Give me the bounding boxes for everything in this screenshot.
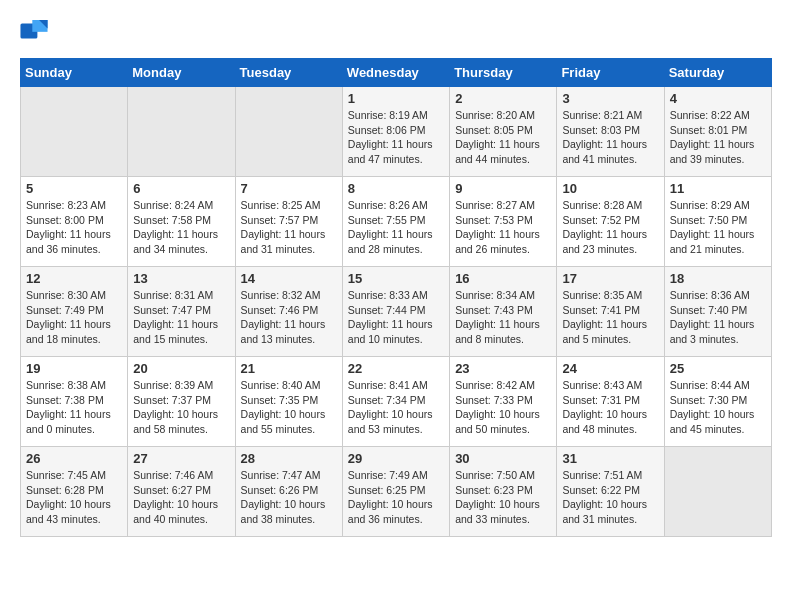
calendar-cell: 15Sunrise: 8:33 AM Sunset: 7:44 PM Dayli… — [342, 267, 449, 357]
day-info: Sunrise: 8:34 AM Sunset: 7:43 PM Dayligh… — [455, 288, 551, 347]
day-info: Sunrise: 8:28 AM Sunset: 7:52 PM Dayligh… — [562, 198, 658, 257]
logo — [20, 20, 52, 42]
day-header-saturday: Saturday — [664, 59, 771, 87]
day-number: 8 — [348, 181, 444, 196]
day-info: Sunrise: 8:19 AM Sunset: 8:06 PM Dayligh… — [348, 108, 444, 167]
day-info: Sunrise: 8:43 AM Sunset: 7:31 PM Dayligh… — [562, 378, 658, 437]
day-info: Sunrise: 8:23 AM Sunset: 8:00 PM Dayligh… — [26, 198, 122, 257]
day-info: Sunrise: 8:20 AM Sunset: 8:05 PM Dayligh… — [455, 108, 551, 167]
day-info: Sunrise: 8:21 AM Sunset: 8:03 PM Dayligh… — [562, 108, 658, 167]
day-info: Sunrise: 8:24 AM Sunset: 7:58 PM Dayligh… — [133, 198, 229, 257]
day-number: 26 — [26, 451, 122, 466]
calendar-cell: 7Sunrise: 8:25 AM Sunset: 7:57 PM Daylig… — [235, 177, 342, 267]
day-number: 23 — [455, 361, 551, 376]
day-info: Sunrise: 8:26 AM Sunset: 7:55 PM Dayligh… — [348, 198, 444, 257]
day-info: Sunrise: 8:25 AM Sunset: 7:57 PM Dayligh… — [241, 198, 337, 257]
day-number: 28 — [241, 451, 337, 466]
calendar-week-row: 26Sunrise: 7:45 AM Sunset: 6:28 PM Dayli… — [21, 447, 772, 537]
calendar-cell: 5Sunrise: 8:23 AM Sunset: 8:00 PM Daylig… — [21, 177, 128, 267]
day-number: 6 — [133, 181, 229, 196]
day-number: 12 — [26, 271, 122, 286]
day-info: Sunrise: 8:42 AM Sunset: 7:33 PM Dayligh… — [455, 378, 551, 437]
calendar-cell: 6Sunrise: 8:24 AM Sunset: 7:58 PM Daylig… — [128, 177, 235, 267]
day-number: 4 — [670, 91, 766, 106]
day-number: 31 — [562, 451, 658, 466]
day-info: Sunrise: 8:41 AM Sunset: 7:34 PM Dayligh… — [348, 378, 444, 437]
calendar-cell: 28Sunrise: 7:47 AM Sunset: 6:26 PM Dayli… — [235, 447, 342, 537]
day-header-friday: Friday — [557, 59, 664, 87]
calendar-cell: 23Sunrise: 8:42 AM Sunset: 7:33 PM Dayli… — [450, 357, 557, 447]
logo-icon — [20, 20, 48, 42]
calendar-header-row: SundayMondayTuesdayWednesdayThursdayFrid… — [21, 59, 772, 87]
day-number: 18 — [670, 271, 766, 286]
day-info: Sunrise: 8:27 AM Sunset: 7:53 PM Dayligh… — [455, 198, 551, 257]
page-header — [20, 20, 772, 42]
day-number: 7 — [241, 181, 337, 196]
day-info: Sunrise: 7:51 AM Sunset: 6:22 PM Dayligh… — [562, 468, 658, 527]
calendar-cell: 20Sunrise: 8:39 AM Sunset: 7:37 PM Dayli… — [128, 357, 235, 447]
day-header-thursday: Thursday — [450, 59, 557, 87]
calendar-table: SundayMondayTuesdayWednesdayThursdayFrid… — [20, 58, 772, 537]
calendar-cell: 9Sunrise: 8:27 AM Sunset: 7:53 PM Daylig… — [450, 177, 557, 267]
calendar-week-row: 19Sunrise: 8:38 AM Sunset: 7:38 PM Dayli… — [21, 357, 772, 447]
day-info: Sunrise: 8:44 AM Sunset: 7:30 PM Dayligh… — [670, 378, 766, 437]
day-info: Sunrise: 8:35 AM Sunset: 7:41 PM Dayligh… — [562, 288, 658, 347]
calendar-cell — [664, 447, 771, 537]
day-header-tuesday: Tuesday — [235, 59, 342, 87]
day-info: Sunrise: 8:40 AM Sunset: 7:35 PM Dayligh… — [241, 378, 337, 437]
day-number: 10 — [562, 181, 658, 196]
calendar-cell: 30Sunrise: 7:50 AM Sunset: 6:23 PM Dayli… — [450, 447, 557, 537]
day-info: Sunrise: 7:47 AM Sunset: 6:26 PM Dayligh… — [241, 468, 337, 527]
calendar-cell: 27Sunrise: 7:46 AM Sunset: 6:27 PM Dayli… — [128, 447, 235, 537]
calendar-cell: 17Sunrise: 8:35 AM Sunset: 7:41 PM Dayli… — [557, 267, 664, 357]
calendar-week-row: 5Sunrise: 8:23 AM Sunset: 8:00 PM Daylig… — [21, 177, 772, 267]
day-number: 27 — [133, 451, 229, 466]
day-header-sunday: Sunday — [21, 59, 128, 87]
calendar-week-row: 12Sunrise: 8:30 AM Sunset: 7:49 PM Dayli… — [21, 267, 772, 357]
calendar-cell: 4Sunrise: 8:22 AM Sunset: 8:01 PM Daylig… — [664, 87, 771, 177]
calendar-cell: 11Sunrise: 8:29 AM Sunset: 7:50 PM Dayli… — [664, 177, 771, 267]
day-number: 11 — [670, 181, 766, 196]
day-info: Sunrise: 8:31 AM Sunset: 7:47 PM Dayligh… — [133, 288, 229, 347]
day-number: 14 — [241, 271, 337, 286]
day-number: 30 — [455, 451, 551, 466]
calendar-cell — [235, 87, 342, 177]
calendar-cell: 8Sunrise: 8:26 AM Sunset: 7:55 PM Daylig… — [342, 177, 449, 267]
day-info: Sunrise: 8:39 AM Sunset: 7:37 PM Dayligh… — [133, 378, 229, 437]
day-number: 22 — [348, 361, 444, 376]
day-number: 21 — [241, 361, 337, 376]
day-number: 15 — [348, 271, 444, 286]
day-number: 2 — [455, 91, 551, 106]
day-info: Sunrise: 7:49 AM Sunset: 6:25 PM Dayligh… — [348, 468, 444, 527]
day-number: 25 — [670, 361, 766, 376]
day-number: 17 — [562, 271, 658, 286]
calendar-cell: 3Sunrise: 8:21 AM Sunset: 8:03 PM Daylig… — [557, 87, 664, 177]
day-info: Sunrise: 8:33 AM Sunset: 7:44 PM Dayligh… — [348, 288, 444, 347]
calendar-cell: 2Sunrise: 8:20 AM Sunset: 8:05 PM Daylig… — [450, 87, 557, 177]
day-info: Sunrise: 8:32 AM Sunset: 7:46 PM Dayligh… — [241, 288, 337, 347]
calendar-cell — [128, 87, 235, 177]
calendar-cell: 10Sunrise: 8:28 AM Sunset: 7:52 PM Dayli… — [557, 177, 664, 267]
calendar-cell: 18Sunrise: 8:36 AM Sunset: 7:40 PM Dayli… — [664, 267, 771, 357]
calendar-cell: 1Sunrise: 8:19 AM Sunset: 8:06 PM Daylig… — [342, 87, 449, 177]
day-number: 29 — [348, 451, 444, 466]
calendar-cell — [21, 87, 128, 177]
calendar-cell: 24Sunrise: 8:43 AM Sunset: 7:31 PM Dayli… — [557, 357, 664, 447]
day-info: Sunrise: 8:29 AM Sunset: 7:50 PM Dayligh… — [670, 198, 766, 257]
day-info: Sunrise: 8:38 AM Sunset: 7:38 PM Dayligh… — [26, 378, 122, 437]
calendar-cell: 19Sunrise: 8:38 AM Sunset: 7:38 PM Dayli… — [21, 357, 128, 447]
day-info: Sunrise: 8:30 AM Sunset: 7:49 PM Dayligh… — [26, 288, 122, 347]
day-info: Sunrise: 7:46 AM Sunset: 6:27 PM Dayligh… — [133, 468, 229, 527]
calendar-cell: 12Sunrise: 8:30 AM Sunset: 7:49 PM Dayli… — [21, 267, 128, 357]
calendar-cell: 31Sunrise: 7:51 AM Sunset: 6:22 PM Dayli… — [557, 447, 664, 537]
day-number: 19 — [26, 361, 122, 376]
calendar-cell: 21Sunrise: 8:40 AM Sunset: 7:35 PM Dayli… — [235, 357, 342, 447]
day-header-monday: Monday — [128, 59, 235, 87]
calendar-cell: 26Sunrise: 7:45 AM Sunset: 6:28 PM Dayli… — [21, 447, 128, 537]
day-number: 20 — [133, 361, 229, 376]
calendar-cell: 13Sunrise: 8:31 AM Sunset: 7:47 PM Dayli… — [128, 267, 235, 357]
day-header-wednesday: Wednesday — [342, 59, 449, 87]
day-number: 24 — [562, 361, 658, 376]
day-number: 16 — [455, 271, 551, 286]
day-number: 9 — [455, 181, 551, 196]
